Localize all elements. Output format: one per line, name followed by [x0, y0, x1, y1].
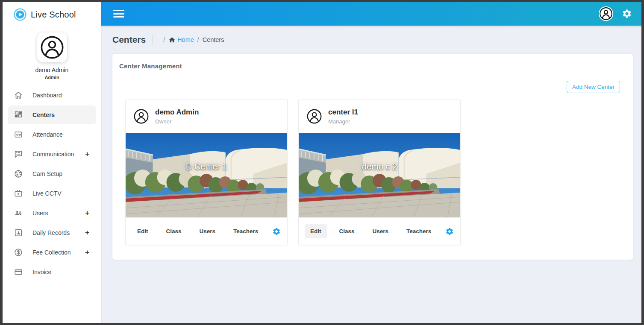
- edit-button[interactable]: Edit: [305, 224, 327, 238]
- attendance-icon: [14, 130, 23, 139]
- teachers-button[interactable]: Teachers: [228, 224, 264, 238]
- sidebar-item-communication[interactable]: Communication +: [8, 145, 96, 164]
- menu-icon[interactable]: [113, 9, 125, 18]
- expand-plus-icon[interactable]: +: [84, 209, 90, 217]
- sidebar-item-label: Communication: [32, 151, 84, 158]
- person-avatar-icon: [133, 108, 149, 124]
- expand-plus-icon[interactable]: +: [84, 248, 90, 257]
- center-owner-name: demo Admin: [155, 108, 199, 117]
- edit-button[interactable]: Edit: [132, 224, 154, 238]
- dollar-icon: [14, 248, 23, 257]
- sidebar-item-daily-records[interactable]: Daily Records +: [8, 223, 96, 242]
- add-new-center-button[interactable]: Add New Center: [567, 81, 620, 93]
- center-owner-role: Owner: [155, 118, 199, 125]
- teachers-button[interactable]: Teachers: [401, 224, 437, 238]
- sidebar-item-label: Cam Setup: [32, 170, 90, 177]
- sidebar-item-cam-setup[interactable]: Cam Setup: [8, 164, 96, 183]
- sidebar-item-users[interactable]: Users +: [8, 204, 96, 223]
- expand-plus-icon[interactable]: +: [84, 228, 90, 237]
- sidebar-item-dashboard[interactable]: Dashboard: [8, 86, 96, 105]
- center-card: demo Admin Owner: [125, 100, 288, 245]
- center-image-label: D Center 1: [126, 162, 287, 172]
- sidebar-nav: Dashboard Centers Attendance Communicati…: [3, 86, 101, 281]
- users-button[interactable]: Users: [194, 224, 221, 238]
- class-button[interactable]: Class: [334, 224, 360, 238]
- sidebar-item-label: Invoice: [32, 269, 90, 275]
- profile-name: demo Admin: [3, 67, 101, 73]
- sidebar-item-fee-collection[interactable]: Fee Collection +: [8, 243, 96, 262]
- center-card-actions: Edit Class Users Teachers: [299, 217, 460, 245]
- home-icon: [168, 36, 176, 44]
- center-management-panel: Center Management Add New Center demo Ad…: [112, 54, 633, 260]
- sidebar-item-invoice[interactable]: Invoice: [8, 263, 96, 281]
- breadcrumb-current: Centers: [203, 36, 224, 43]
- settings-gear-icon[interactable]: [622, 9, 632, 19]
- sidebar-item-label: Centers: [32, 111, 90, 118]
- grid-icon: [14, 110, 23, 120]
- camera-aperture-icon: [14, 169, 23, 179]
- sidebar-item-label: Fee Collection: [32, 249, 84, 256]
- center-owner-role: Manager: [328, 118, 358, 125]
- invoice-card-icon: [14, 267, 23, 277]
- breadcrumb-home-link[interactable]: Home: [168, 36, 194, 44]
- breadcrumb: Centers / Home / Centers: [112, 34, 633, 45]
- profile-role: Admin: [3, 75, 101, 80]
- live-school-app: Live School demo Admin Admin Dashboard C…: [3, 2, 641, 323]
- center-cards: demo Admin Owner: [119, 100, 626, 245]
- center-image-label: demo c 2: [299, 162, 460, 172]
- app-title: Live School: [31, 10, 76, 20]
- expand-plus-icon[interactable]: +: [84, 150, 90, 158]
- card-settings-gear-icon[interactable]: [272, 227, 281, 236]
- building-photo-illustration: [299, 133, 460, 217]
- sidebar: Live School demo Admin Admin Dashboard C…: [3, 2, 101, 323]
- tv-icon: [14, 189, 23, 198]
- chat-icon: [14, 149, 23, 159]
- card-settings-gear-icon[interactable]: [445, 227, 454, 236]
- content-area: Centers / Home / Centers Center Manageme…: [101, 26, 641, 323]
- topbar-actions: [599, 6, 632, 21]
- home-icon: [14, 91, 23, 100]
- users-button[interactable]: Users: [367, 224, 394, 238]
- desktop-frame: Live School demo Admin Admin Dashboard C…: [0, 0, 644, 325]
- play-logo-icon: [14, 8, 26, 21]
- center-photo: D Center 1: [126, 133, 287, 217]
- center-card-actions: Edit Class Users Teachers: [126, 217, 287, 245]
- bar-chart-icon: [14, 228, 23, 237]
- center-card: center l1 Manager: [298, 100, 461, 245]
- sidebar-item-label: Attendance: [32, 131, 90, 138]
- building-photo-illustration: [126, 133, 287, 217]
- breadcrumb-separator: /: [163, 36, 165, 43]
- main-column: Centers / Home / Centers Center Manageme…: [101, 2, 641, 323]
- sidebar-item-label: Daily Records: [32, 229, 84, 236]
- user-avatar-icon[interactable]: [599, 6, 613, 21]
- sidebar-item-label: Users: [32, 210, 84, 217]
- profile-avatar[interactable]: [37, 32, 67, 62]
- class-button[interactable]: Class: [161, 224, 187, 238]
- breadcrumb-separator: /: [197, 36, 199, 43]
- page-title: Centers: [112, 35, 146, 45]
- sidebar-profile: demo Admin Admin: [3, 32, 101, 80]
- people-icon: [14, 208, 23, 218]
- center-card-header: center l1 Manager: [299, 100, 460, 133]
- topbar: [101, 2, 641, 26]
- center-card-header: demo Admin Owner: [126, 100, 287, 133]
- breadcrumb-home-label: Home: [177, 36, 194, 43]
- sidebar-item-live-cctv[interactable]: Live CCTV: [8, 184, 96, 203]
- sidebar-item-label: Dashboard: [32, 92, 90, 99]
- sidebar-item-attendance[interactable]: Attendance: [8, 125, 96, 144]
- center-photo: demo c 2: [299, 133, 460, 217]
- panel-title: Center Management: [119, 62, 626, 70]
- app-logo[interactable]: Live School: [3, 2, 101, 27]
- center-owner-name: center l1: [328, 108, 358, 117]
- breadcrumb-divider: [153, 34, 153, 45]
- person-avatar-icon: [306, 108, 322, 124]
- sidebar-item-centers[interactable]: Centers: [8, 105, 96, 124]
- sidebar-item-label: Live CCTV: [32, 190, 90, 197]
